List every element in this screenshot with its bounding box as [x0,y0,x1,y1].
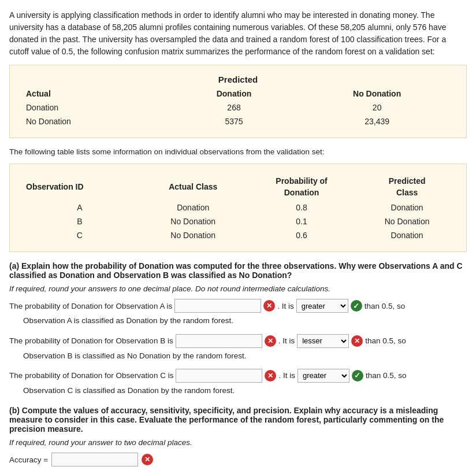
accuracy-row: Accuracy = ✕ [9,453,467,466]
confusion-matrix-table: Actual Donation No Donation Donation 268… [19,87,457,128]
obs-b-subtext: Observation B is classified as No Donati… [9,350,467,362]
obs-b-actual: No Donation [140,214,246,228]
obs-b-suffix: than 0.5, so [365,336,406,345]
round-note-b: If required, round your answer to two de… [9,438,467,447]
predicted-header: Predicted [19,75,457,84]
prob-donation-header: Probability ofDonation [246,173,357,201]
confusion-matrix-section: Predicted Actual Donation No Donation Do… [9,65,467,138]
obs-b-dropdown[interactable]: greater lesser [297,334,349,348]
obs-c-check-icon: ✓ [352,370,363,382]
obs-c-subtext: Observation C is classified as Donation … [9,385,467,397]
obs-a-block: The probability of Donation for Observat… [9,299,467,327]
obs-c-block: The probability of Donation for Observat… [9,369,467,397]
obs-b-clear-icon[interactable]: ✕ [265,335,276,347]
tp-cell: 268 [171,101,297,114]
table-row: A Donation 0.8 Donation [19,201,457,214]
obs-c-dropdown[interactable]: greater lesser [298,369,349,383]
section-b-question: Compute the values of accuracy, sensitiv… [9,406,444,434]
obs-a-middle: . It is [277,302,294,310]
obs-id-header: Observation ID [19,173,140,201]
obs-a-predicted: Donation [357,201,457,214]
obs-a-actual: Donation [140,201,246,214]
donation-row-label: Donation [19,101,171,114]
observations-intro-text: The following table lists some informati… [9,146,467,158]
obs-c-prefix: The probability of Donation for Observat… [9,371,173,380]
actual-class-header: Actual Class [140,173,246,201]
fn-cell: 20 [297,101,457,114]
accuracy-clear-icon[interactable]: ✕ [142,454,153,465]
obs-a-clear-icon[interactable]: ✕ [263,300,275,312]
obs-a-dropdown[interactable]: greater lesser [296,299,348,313]
obs-a-id: A [19,201,140,214]
round-note-a: If required, round your answers to one d… [9,284,467,293]
obs-b-id: B [19,214,140,228]
donation-col-header: Donation [171,87,297,101]
obs-c-predicted: Donation [357,228,457,242]
obs-a-prob: 0.8 [246,201,357,214]
actual-col-header: Actual [19,87,171,101]
obs-b-middle: . It is [278,336,295,345]
obs-c-suffix: than 0.5, so [366,371,407,380]
observations-table-section: Observation ID Actual Class Probability … [9,164,467,252]
accuracy-label: Accuracy = [9,456,48,464]
fp-cell: 5375 [171,114,297,128]
obs-c-prob: 0.6 [246,228,357,242]
obs-c-middle: . It is [278,371,295,380]
obs-a-subtext: Observation A is classified as Donation … [9,315,467,327]
accuracy-input[interactable] [51,453,138,466]
obs-a-suffix: than 0.5, so [365,302,406,310]
obs-c-actual: No Donation [140,228,246,242]
obs-b-input-row: The probability of Donation for Observat… [9,334,467,348]
intro-text: A university is applying classification … [9,9,467,58]
obs-b-prefix: The probability of Donation for Observat… [9,336,173,345]
section-a-question: Explain how the probability of Donation … [9,261,463,280]
section-b: (b) Compute the values of accuracy, sens… [9,406,467,466]
obs-b-predicted: No Donation [357,214,457,228]
obs-b-x-icon: ✕ [351,335,363,347]
tn-cell: 23,439 [297,114,457,128]
section-a: (a) Explain how the probability of Donat… [9,261,467,397]
predicted-class-header: PredictedClass [357,173,457,201]
obs-c-input-row: The probability of Donation for Observat… [9,369,467,383]
obs-c-prob-input[interactable] [176,369,262,383]
obs-b-prob-input[interactable] [176,334,262,348]
section-b-label: (b) Compute the values of accuracy, sens… [9,406,467,434]
obs-a-prob-input[interactable] [174,299,261,313]
obs-a-input-row: The probability of Donation for Observat… [9,299,467,313]
no-donation-col-header: No Donation [297,87,457,101]
obs-c-id: C [19,228,140,242]
section-a-label: (a) Explain how the probability of Donat… [9,261,467,280]
table-row: C No Donation 0.6 Donation [19,228,457,242]
obs-a-check-icon: ✓ [351,300,362,312]
obs-c-clear-icon[interactable]: ✕ [265,370,276,382]
obs-b-block: The probability of Donation for Observat… [9,334,467,362]
no-donation-row-label: No Donation [19,114,171,128]
obs-a-prefix: The probability of Donation for Observat… [9,302,172,310]
observations-table: Observation ID Actual Class Probability … [19,173,457,242]
table-row: B No Donation 0.1 No Donation [19,214,457,228]
obs-b-prob: 0.1 [246,214,357,228]
